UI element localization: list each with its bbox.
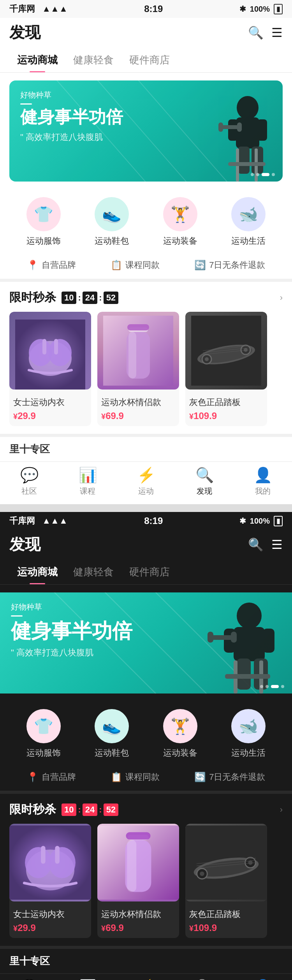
service-course[interactable]: 📋 课程同款	[111, 259, 160, 271]
tab-discover-dark[interactable]: 🔍 发现	[196, 978, 213, 980]
tab-course-dark[interactable]: 📊 课程	[79, 978, 96, 980]
banner-tag-dark: 好物种草	[11, 602, 281, 612]
tab-sports-mall-dark[interactable]: 运动商城	[9, 560, 65, 584]
flash-sale-more-dark[interactable]: ›	[280, 805, 283, 815]
category-equipment-icon-dark: 🏋️	[163, 709, 197, 743]
tab-sport-dark[interactable]: ⚡ 运动	[138, 978, 154, 980]
product-price-skateboard-dark: ¥109.9	[189, 922, 263, 933]
status-time-dark: 8:19	[144, 515, 163, 526]
timer-m: 24	[83, 292, 97, 304]
category-lifestyle[interactable]: 🐋 运动生活	[231, 197, 266, 247]
tab-community-dark[interactable]: 💬 社区	[21, 978, 37, 980]
category-clothes-icon-dark: 👕	[26, 709, 61, 743]
service-course-dark[interactable]: 📋 课程同款	[111, 771, 160, 783]
wifi-icon: ▲▲▲	[42, 4, 67, 14]
community-icon: 💬	[20, 466, 39, 484]
timer-dark: 10 : 24 : 52	[62, 804, 118, 816]
service-refund-dark[interactable]: 🔄 7日无条件退款	[194, 771, 265, 783]
category-lifestyle-dark[interactable]: 🐋 运动生活	[231, 709, 266, 759]
category-clothes-dark[interactable]: 👕 运动服饰	[26, 709, 61, 759]
tab-healthy-food-dark[interactable]: 健康轻食	[65, 560, 121, 584]
product-name-bra: 女士运动内衣	[13, 397, 87, 408]
banner-content-dark: 好物种草 健身事半功倍 " 高效率打造八块腹肌	[0, 592, 292, 694]
product-card-bra-dark[interactable]: 女士运动内衣 ¥29.9	[9, 824, 91, 938]
status-icons-dark: ✱ 100% ▮	[239, 516, 283, 526]
clothes-icon: 👕	[34, 205, 53, 224]
banner-tag: 好物种草	[20, 90, 272, 100]
dot-4	[272, 173, 275, 176]
equipment-icon: 🏋️	[171, 205, 190, 224]
timer-m-dark: 24	[83, 804, 97, 816]
product-name-skateboard-dark: 灰色正品踏板	[189, 908, 263, 920]
flash-sale-more-light[interactable]: ›	[280, 293, 283, 303]
wifi-icon-dark: ▲▲▲	[42, 516, 67, 526]
service-course-label-dark: 课程同款	[125, 771, 160, 783]
product-grid-dark: 女士运动内衣 ¥29.9	[0, 824, 292, 946]
bottom-tabbar-light: 💬 社区 📊 课程 ⚡ 运动 🔍 发现 👤 我的	[0, 461, 292, 504]
tab-mine-light[interactable]: 👤 我的	[254, 466, 272, 496]
tab-healthy-food[interactable]: 健康轻食	[65, 48, 121, 72]
lifestyle-icon: 🐋	[239, 205, 258, 224]
banner-light[interactable]: 好物种草 健身事半功倍 " 高效率打造八块腹肌	[9, 80, 283, 182]
svg-point-54	[49, 847, 76, 878]
product-card-bra[interactable]: 女士运动内衣 ¥29.9	[9, 312, 91, 426]
product-card-skateboard[interactable]: 灰色正品踏板 ¥109.9	[185, 312, 267, 426]
menu-icon-dark[interactable]: ☰	[271, 537, 283, 552]
product-card-skateboard-dark[interactable]: 灰色正品踏板 ¥109.9	[185, 824, 267, 938]
tab-course-light[interactable]: 📊 课程	[79, 466, 97, 496]
product-card-bottle[interactable]: 运动水杯情侣款 ¥69.9	[97, 312, 179, 426]
banner-dark[interactable]: 好物种草 健身事半功倍 " 高效率打造八块腹肌	[0, 592, 292, 694]
product-grid-light: 女士运动内衣 ¥29.9	[0, 312, 292, 434]
product-img-bra	[9, 312, 91, 390]
service-own-brand-dark[interactable]: 📍 自营品牌	[27, 771, 76, 783]
tab-hardware-dark[interactable]: 硬件商店	[121, 560, 178, 584]
category-equipment-dark[interactable]: 🏋️ 运动装备	[163, 709, 197, 759]
status-bar-light: 千库网 ▲▲▲ 8:19 ✱ 100% ▮	[0, 0, 292, 18]
category-shoes-label: 运动鞋包	[95, 235, 129, 247]
course-icon-dark: 📋	[111, 772, 122, 783]
flash-sale-header-dark: 限时秒杀 10 : 24 : 52 ›	[0, 794, 292, 824]
product-img-bottle-dark	[97, 824, 179, 901]
category-equipment[interactable]: 🏋️ 运动装备	[163, 197, 197, 247]
screen-light: 千库网 ▲▲▲ 8:19 ✱ 100% ▮ 发现 🔍 ☰ 运动商城 健康轻食 硬…	[0, 0, 292, 504]
search-icon[interactable]: 🔍	[248, 25, 264, 40]
category-lifestyle-icon-dark: 🐋	[231, 709, 266, 743]
shoes-icon: 👟	[102, 205, 121, 224]
bottom-tabbar-dark: 💬 社区 📊 课程 ⚡ 运动 🔍 发现 👤 我的	[0, 973, 292, 980]
tab-mine-dark[interactable]: 👤 我的	[255, 978, 271, 980]
tab-sport-light[interactable]: ⚡ 运动	[137, 466, 155, 496]
banner-title: 健身事半功倍	[20, 107, 272, 128]
status-bar-dark: 千库网 ▲▲▲ 8:19 ✱ 100% ▮	[0, 512, 292, 530]
service-own-brand[interactable]: 📍 自营品牌	[27, 259, 76, 271]
svg-rect-24	[128, 332, 136, 379]
category-clothes[interactable]: 👕 运动服饰	[26, 197, 61, 247]
community-icon-dark: 💬	[21, 978, 37, 980]
service-refund[interactable]: 🔄 7日无条件退款	[194, 259, 265, 271]
product-card-bottle-dark[interactable]: 运动水杯情侣款 ¥69.9	[97, 824, 179, 938]
tab-discover-light[interactable]: 🔍 发现	[195, 466, 214, 496]
product-name-bottle: 运动水杯情侣款	[101, 397, 175, 408]
menu-icon[interactable]: ☰	[271, 25, 283, 40]
banner-subtitle: " 高效率打造八块腹肌	[20, 131, 272, 143]
tab-hardware[interactable]: 硬件商店	[121, 48, 178, 72]
search-icon-dark[interactable]: 🔍	[248, 537, 264, 552]
product-price-bra: ¥29.9	[13, 411, 87, 421]
category-equipment-icon-wrap: 🏋️	[163, 197, 197, 231]
status-network-dark: 千库网 ▲▲▲	[9, 515, 68, 527]
tab-sports-mall[interactable]: 运动商城	[9, 48, 65, 72]
nav-icons-light: 🔍 ☰	[248, 25, 283, 40]
top-nav-dark: 发现 🔍 ☰	[0, 530, 292, 560]
product-name-bottle-dark: 运动水杯情侣款	[101, 908, 175, 920]
tab-community-light[interactable]: 💬 社区	[20, 466, 39, 496]
category-shoes-dark[interactable]: 👟 运动鞋包	[95, 709, 129, 759]
course-tab-icon-dark: 📊	[79, 978, 96, 980]
svg-rect-56	[55, 846, 59, 864]
banner-title-dark: 健身事半功倍	[11, 619, 281, 643]
status-network: 千库网 ▲▲▲	[9, 3, 68, 15]
category-shoes[interactable]: 👟 运动鞋包	[95, 197, 129, 247]
tabs-light: 运动商城 健康轻食 硬件商店	[0, 48, 292, 73]
product-info-skateboard: 灰色正品踏板 ¥109.9	[185, 390, 267, 426]
svg-rect-60	[127, 840, 136, 892]
timer-h-dark: 10	[62, 804, 76, 816]
battery-icon-dark: ▮	[274, 516, 283, 526]
